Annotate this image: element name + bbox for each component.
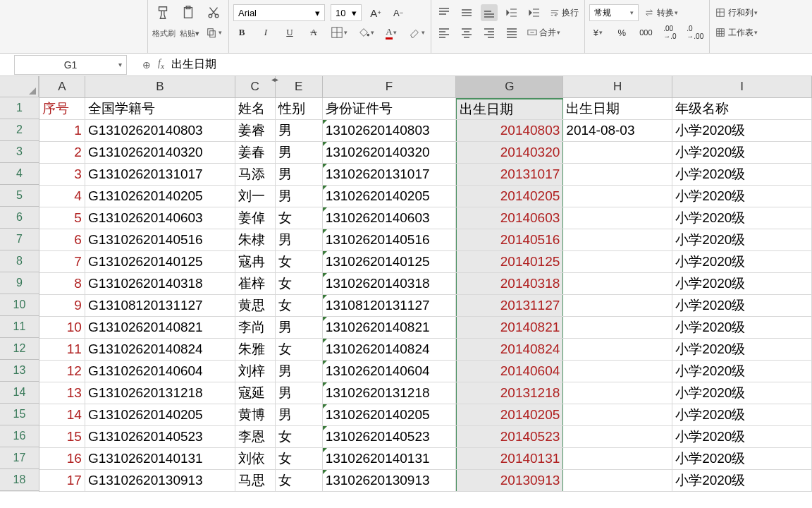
hidden-column-marker[interactable]: ◂▸ (271, 76, 278, 83)
cell[interactable]: 小学2020级 (672, 273, 812, 294)
cell[interactable]: 刘梓 (235, 361, 276, 382)
copy-button[interactable]: ▾ (204, 24, 223, 41)
cell[interactable]: 12 (39, 361, 85, 382)
cell[interactable]: 黄思 (235, 295, 276, 316)
cell[interactable]: 姜春 (235, 142, 276, 163)
justify-button[interactable] (503, 24, 520, 41)
cell[interactable]: 男 (276, 361, 323, 382)
cell[interactable]: 13102620140131 (323, 448, 457, 469)
cell[interactable]: G13102620140523 (85, 426, 235, 447)
cell[interactable]: 小学2020级 (672, 470, 812, 491)
cell[interactable]: 刘依 (235, 448, 276, 469)
number-format-combo[interactable]: 常规▾ (589, 4, 639, 21)
row-header[interactable]: 14 (0, 382, 39, 404)
cell[interactable]: 姓名 (235, 98, 276, 119)
cell[interactable]: 全国学籍号 (85, 98, 235, 119)
cell[interactable]: 5 (39, 207, 85, 229)
cell[interactable]: 13102620140523 (323, 426, 457, 447)
cell[interactable]: G13102620140824 (85, 339, 235, 360)
cell[interactable]: 男 (276, 120, 323, 141)
cell[interactable]: 身份证件号 (323, 98, 457, 119)
cell[interactable]: 寇延 (235, 382, 276, 404)
cell[interactable]: 13102620140125 (323, 251, 457, 272)
col-header-e[interactable]: ◂▸E (276, 76, 323, 97)
cell[interactable]: 小学2020级 (672, 426, 812, 447)
cell[interactable]: G13102620140603 (85, 207, 235, 229)
cell[interactable]: 小学2020级 (672, 120, 812, 141)
cell[interactable]: 20140824 (456, 339, 563, 360)
font-size-combo[interactable]: 10▾ (331, 4, 362, 21)
row-header[interactable]: 6 (0, 207, 39, 229)
cut-button[interactable] (203, 4, 224, 22)
cell[interactable]: 13102620140320 (323, 142, 457, 163)
col-header-g[interactable]: G (456, 76, 563, 97)
align-bottom-button[interactable] (481, 4, 498, 21)
cell[interactable]: 朱棣 (235, 229, 276, 250)
row-header[interactable]: 10 (0, 294, 39, 316)
cell[interactable]: 年级名称 (672, 98, 812, 119)
cell[interactable] (563, 361, 672, 382)
cell[interactable] (563, 448, 672, 469)
cell[interactable]: 出生日期 (456, 98, 563, 119)
increase-indent-button[interactable] (526, 4, 543, 21)
cell[interactable]: 马思 (235, 470, 276, 491)
cell[interactable]: 11 (39, 339, 85, 360)
borders-button[interactable]: ▾ (329, 24, 349, 41)
cell[interactable]: 崔梓 (235, 273, 276, 294)
cell[interactable]: 2014-08-03 (563, 120, 672, 141)
cell[interactable]: 20131017 (456, 164, 563, 185)
cell[interactable]: G13102620140205 (85, 186, 235, 207)
row-header[interactable]: 16 (0, 425, 39, 447)
cell[interactable]: 小学2020级 (672, 207, 812, 229)
cell[interactable] (563, 229, 672, 250)
cell[interactable]: 女 (276, 273, 323, 294)
cell[interactable]: 小学2020级 (672, 164, 812, 185)
decrease-decimal-button[interactable]: .0→.00 (685, 24, 705, 41)
cell[interactable]: G13102620140604 (85, 361, 235, 382)
cell[interactable]: 14 (39, 404, 85, 425)
row-header[interactable]: 8 (0, 250, 39, 272)
increase-decimal-button[interactable]: .00→.0 (661, 24, 678, 41)
cell[interactable]: 7 (39, 251, 85, 272)
clear-format-button[interactable]: ▾ (407, 24, 426, 41)
cell[interactable]: 男 (276, 142, 323, 163)
cell[interactable] (563, 164, 672, 185)
cell[interactable]: 朱雅 (235, 339, 276, 360)
cell[interactable]: 20140603 (456, 207, 563, 229)
cell[interactable] (563, 295, 672, 316)
italic-button[interactable]: I (257, 24, 274, 41)
cell[interactable] (563, 207, 672, 229)
cell[interactable]: G13108120131127 (85, 295, 235, 316)
cell[interactable]: 20130913 (456, 470, 563, 491)
cell[interactable]: 小学2020级 (672, 229, 812, 250)
cell[interactable] (563, 404, 672, 425)
font-color-button[interactable]: A▾ (383, 24, 400, 41)
worksheet-button[interactable]: 工作表▾ (714, 24, 758, 41)
cell[interactable]: 13102620131218 (323, 382, 457, 404)
cell[interactable]: 姜倬 (235, 207, 276, 229)
thousands-button[interactable]: 000 (637, 24, 654, 41)
cell[interactable]: 寇冉 (235, 251, 276, 272)
cell[interactable]: 黄博 (235, 404, 276, 425)
cell[interactable]: 13102620140205 (323, 404, 457, 425)
cell[interactable]: 男 (276, 186, 323, 207)
cell[interactable] (563, 382, 672, 404)
cell[interactable]: 姜睿 (235, 120, 276, 141)
row-header[interactable]: 5 (0, 185, 39, 207)
cell[interactable]: 女 (276, 339, 323, 360)
cell[interactable]: 男 (276, 164, 323, 185)
cell[interactable]: 20140320 (456, 142, 563, 163)
cell[interactable]: 女 (276, 295, 323, 316)
row-header[interactable]: 2 (0, 119, 39, 141)
cell[interactable]: 小学2020级 (672, 251, 812, 272)
cell[interactable]: 13 (39, 382, 85, 404)
cell[interactable]: 女 (276, 426, 323, 447)
cell[interactable]: 小学2020级 (672, 339, 812, 360)
wrap-text-button[interactable]: 换行 (548, 4, 580, 21)
cell[interactable]: 13102620140824 (323, 339, 457, 360)
format-painter-button[interactable] (152, 4, 173, 22)
cell[interactable] (563, 470, 672, 491)
select-all-corner[interactable] (0, 76, 39, 97)
cell[interactable]: 2 (39, 142, 85, 163)
cell[interactable]: 20131127 (456, 295, 563, 316)
